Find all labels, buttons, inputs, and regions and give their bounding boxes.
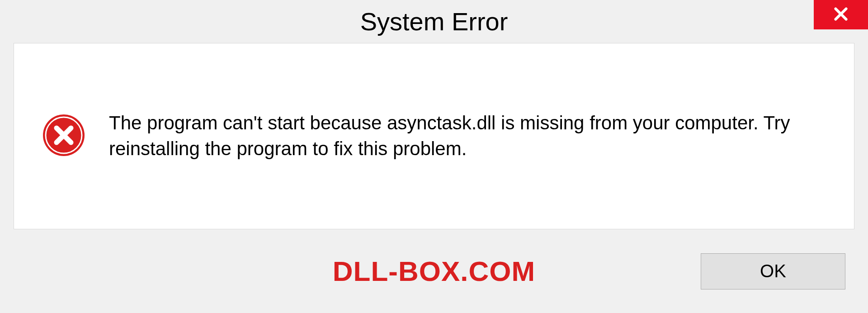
dialog-title: System Error bbox=[360, 7, 508, 36]
watermark-text: DLL-BOX.COM bbox=[333, 255, 535, 287]
close-button[interactable] bbox=[814, 0, 868, 29]
content-panel: The program can't start because asynctas… bbox=[14, 43, 854, 229]
close-icon bbox=[832, 5, 850, 25]
error-message: The program can't start because asynctas… bbox=[109, 110, 810, 161]
error-icon bbox=[41, 113, 86, 160]
titlebar: System Error bbox=[0, 0, 868, 43]
ok-button[interactable]: OK bbox=[701, 253, 845, 289]
ok-button-label: OK bbox=[760, 261, 786, 281]
dialog-footer: DLL-BOX.COM OK bbox=[0, 229, 868, 313]
system-error-dialog: System Error The program can't start bec… bbox=[0, 0, 868, 313]
